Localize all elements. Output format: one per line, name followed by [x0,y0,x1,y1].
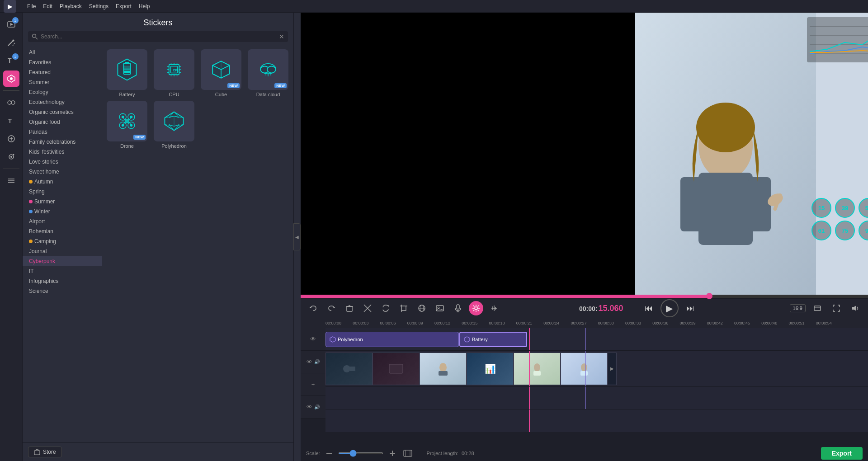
menu-export[interactable]: Export [116,3,132,9]
sticker-drone[interactable]: NEW Drone [105,101,149,149]
tool-media[interactable]: 1 [3,16,19,33]
svg-rect-27 [124,68,130,71]
tool-add[interactable] [3,131,19,147]
left-toolbar: 1 T 1 T [0,13,23,461]
cat-autumn[interactable]: Autumn [23,177,102,187]
search-bar: ✕ [28,31,288,42]
cat-favorites[interactable]: Favorites [23,57,102,67]
cat-camping[interactable]: Camping [23,236,102,246]
fit-timeline-icon[interactable] [403,450,412,457]
polyhedron-clip[interactable]: Polyhedron [326,332,459,347]
tool-stickers[interactable] [3,71,19,87]
cat-cyberpunk[interactable]: Cyberpunk [23,256,102,266]
cat-science[interactable]: Science [23,286,102,296]
video-track[interactable]: 📊 [326,351,868,387]
sticker-datacloud[interactable]: NEW Data cloud [246,49,290,97]
cat-kids-festivities[interactable]: Kids' festivities [23,147,102,157]
cat-it[interactable]: IT [23,266,102,276]
svg-point-134 [475,307,477,310]
cat-pandas[interactable]: Pandas [23,127,102,137]
cut-button[interactable] [360,301,375,315]
crop-button[interactable] [396,301,411,315]
progress-bar[interactable] [301,295,868,298]
preview-area: 15 39 50 61 75 92 [301,13,868,461]
redo-button[interactable] [324,301,339,315]
tool-titles[interactable]: T 1 [3,52,19,69]
fullscreen-button[interactable] [829,301,844,315]
svg-line-22 [36,38,38,39]
add-track-icon[interactable]: + [311,381,315,388]
mic-button[interactable] [451,301,465,315]
scale-increase-icon[interactable] [389,450,396,457]
tracks-area[interactable]: Polyhedron Battery [326,328,868,445]
export-button[interactable]: Export [821,447,863,460]
cat-all[interactable]: All [23,47,102,57]
eye-icon[interactable]: 👁 [310,336,316,343]
audio-button[interactable] [487,301,501,315]
delete-button[interactable] [342,301,357,315]
svg-marker-1 [10,23,13,26]
audio-track-icon[interactable]: 🔊 [314,359,320,364]
menu-edit[interactable]: Edit [43,3,52,9]
tool-transitions[interactable] [3,94,19,111]
search-input[interactable] [41,33,279,40]
ruler-mark: 00:00:09 [407,321,434,325]
svg-point-144 [343,365,350,372]
panel-collapse-arrow[interactable]: ◀ [293,223,301,250]
svg-rect-152 [580,371,588,376]
volume-button[interactable] [848,301,863,315]
menu-playback[interactable]: Playback [60,3,82,9]
sticker-battery-label: Battery [119,92,135,97]
scale-decrease-icon[interactable] [326,450,333,457]
cat-infographics[interactable]: Infographics [23,276,102,286]
tool-camera[interactable] [3,149,19,165]
menu-help[interactable]: Help [139,3,150,9]
windowed-button[interactable] [810,301,825,315]
cat-spring[interactable]: Spring [23,187,102,197]
cat-featured[interactable]: Featured [23,67,102,77]
scale-slider[interactable] [338,452,383,454]
sticker-cube[interactable]: NEW Cube [199,49,243,97]
cat-summer[interactable]: Summer [23,77,102,87]
tool-menu[interactable] [3,173,19,189]
aspect-ratio-button[interactable]: 16:9 [790,304,806,312]
search-clear-icon[interactable]: ✕ [279,33,284,40]
play-button[interactable]: ▶ [660,299,679,317]
video-thumb-5 [514,353,561,385]
battery-clip[interactable]: Battery [459,332,527,347]
cat-family-celebrations[interactable]: Family celebrations [23,137,102,147]
eye-icon2[interactable]: 👁 [307,358,312,365]
rotate-button[interactable] [378,301,393,315]
menu-file[interactable]: File [27,3,36,9]
cat-winter[interactable]: Winter [23,207,102,216]
cat-sweet-home[interactable]: Sweet home [23,167,102,177]
cat-ecology[interactable]: Ecology [23,87,102,97]
cat-airport[interactable]: Airport [23,216,102,226]
store-button[interactable]: Store [28,447,62,457]
color-button[interactable] [415,301,429,315]
eye-icon3[interactable]: 👁 [307,404,312,410]
tool-text[interactable]: T [3,113,19,129]
undo-button[interactable] [306,301,321,315]
menu-settings[interactable]: Settings [89,3,108,9]
tool-magic[interactable] [3,34,19,51]
progress-bar-handle[interactable] [706,293,712,299]
cat-love-stories[interactable]: Love stories [23,157,102,167]
skip-forward-button[interactable]: ⏭ [682,300,698,316]
cat-ecotechnology[interactable]: Ecotechnology [23,97,102,107]
skip-back-button[interactable]: ⏮ [641,300,657,316]
svg-point-67 [130,124,133,127]
sticker-battery[interactable]: Battery [105,49,149,97]
audio-mute-icon[interactable]: 🔊 [314,405,320,409]
ruler-mark: 00:00:27 [571,321,598,325]
cat-organic-food[interactable]: Organic food [23,117,102,127]
cat-organic-cosmetics[interactable]: Organic cosmetics [23,107,102,117]
cat-bohemian[interactable]: Bohemian [23,226,102,236]
settings-button[interactable] [469,301,483,315]
stickers-title: Stickers [23,13,293,31]
sticker-polyhedron[interactable]: Polyhedron [152,101,196,149]
cat-journal[interactable]: Journal [23,246,102,256]
image-button[interactable] [433,301,447,315]
sticker-cpu[interactable]: CPU CPU [152,49,196,97]
cat-summer2[interactable]: Summer [23,197,102,207]
